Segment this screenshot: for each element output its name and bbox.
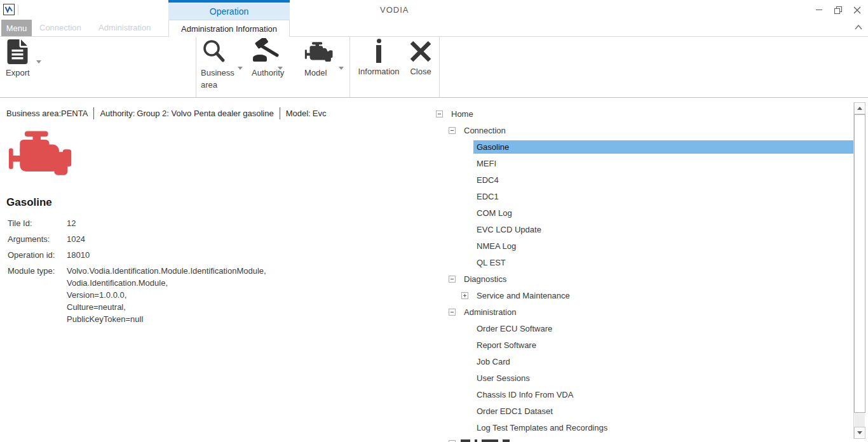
tree-item-clipped[interactable] [435, 436, 853, 442]
window-title: VODIA [380, 5, 409, 15]
engine-icon [304, 42, 334, 64]
tree-item-com-log[interactable]: COM Log [435, 204, 853, 221]
tree-item-chassis-id-info[interactable]: Chassis ID Info From VDA [435, 386, 853, 403]
export-dropdown-icon[interactable] [36, 60, 41, 64]
clipped-text [461, 439, 510, 442]
tree-item-label: COM Log [473, 206, 515, 220]
close-window-button[interactable] [848, 0, 867, 20]
minimize-icon [816, 10, 822, 10]
tree-item-connection[interactable]: Connection [435, 122, 853, 138]
tree-item-label: EVC LCD Update [473, 223, 545, 236]
model-label: Model [304, 67, 334, 78]
tree-item-user-sessions[interactable]: User Sessions [435, 370, 853, 386]
information-button[interactable]: Information [355, 38, 403, 77]
tab-administration-information[interactable]: Administration Information [168, 20, 290, 37]
field-label: Tile Id: [8, 217, 67, 229]
info-icon [366, 38, 391, 64]
model-button[interactable]: Model [304, 38, 334, 78]
tree-item-label: User Sessions [473, 372, 533, 385]
navigation-tree: Home Connection Gasoline MEFI EDC4 EDC1 … [435, 105, 853, 442]
field-label: Module type: [8, 265, 67, 325]
tree-item-diagnostics[interactable]: Diagnostics [435, 271, 853, 287]
vodia-logo-icon [3, 4, 15, 15]
authority-status-value: Group 2: Volvo Penta dealer gasoline [137, 109, 273, 118]
scroll-up-icon [857, 107, 862, 110]
close-x-icon [409, 39, 433, 64]
collapse-icon[interactable] [436, 110, 443, 117]
tree-item-job-card[interactable]: Job Card [435, 353, 853, 370]
tree-item-evc-lcd-update[interactable]: EVC LCD Update [435, 221, 853, 238]
collapse-icon[interactable] [449, 276, 456, 283]
tree-item-label: EDC1 [473, 190, 502, 203]
tree-item-order-ecu-software[interactable]: Order ECU Software [435, 320, 853, 337]
authority-button[interactable]: Authority [252, 38, 284, 78]
model-status-value: Evc [313, 109, 327, 118]
tree-item-order-edc1-dataset[interactable]: Order EDC1 Dataset [435, 403, 853, 419]
collapse-icon[interactable] [449, 309, 456, 316]
business-area-status-label: Business area: [6, 109, 61, 118]
field-value: Volvo.Vodia.Identification.Module.Identi… [67, 265, 266, 325]
tab-operation[interactable]: Operation [168, 0, 290, 20]
field-row: Module type: Volvo.Vodia.Identification.… [8, 265, 363, 325]
field-value: 12 [67, 217, 76, 229]
menu-item-connection[interactable]: Connection [39, 23, 81, 32]
ribbon: Export Business area Authority [0, 36, 868, 98]
tree-scrollbar[interactable] [853, 102, 865, 439]
vodia-window: Operation VODIA Menu [0, 0, 868, 442]
tree-item-report-software[interactable]: Report Software [435, 337, 853, 353]
tree-item-label: Log Test Templates and Recordings [473, 421, 611, 434]
business-area-button[interactable]: Business area [201, 38, 234, 90]
tree-item-log-test-templates[interactable]: Log Test Templates and Recordings [435, 419, 853, 436]
business-area-dropdown-icon[interactable] [238, 67, 243, 70]
tree-item-edc1[interactable]: EDC1 [435, 188, 853, 204]
model-dropdown-icon[interactable] [339, 67, 344, 70]
expand-icon[interactable] [461, 292, 468, 299]
tree-item-ql-est[interactable]: QL EST [435, 254, 853, 271]
close-button[interactable]: Close [407, 38, 434, 77]
collapse-ribbon-icon[interactable] [854, 23, 863, 31]
tree-item-label: EDC4 [473, 173, 502, 187]
magnifier-icon [201, 38, 227, 65]
scroll-down-button[interactable] [854, 427, 865, 439]
tree-item-administration[interactable]: Administration [435, 304, 853, 320]
tree-item-service-and-maintenance[interactable]: Service and Maintenance [435, 287, 853, 304]
collapse-icon[interactable] [449, 127, 456, 134]
export-button[interactable]: Export [6, 38, 30, 78]
restore-button[interactable] [829, 0, 848, 20]
field-label: Operation id: [8, 249, 67, 261]
information-label: Information [358, 66, 399, 77]
minimize-button[interactable] [810, 0, 829, 20]
ribbon-group-separator [196, 37, 196, 97]
tab-administration-information-label: Administration Information [181, 24, 277, 34]
authority-dropdown-icon[interactable] [278, 67, 283, 70]
tree-item-label: Service and Maintenance [473, 289, 573, 302]
business-area-label-line1: Business [201, 67, 234, 78]
tree-item-label: NMEA Log [473, 239, 519, 253]
scroll-down-icon [857, 431, 862, 434]
tree-item-label: Connection [461, 124, 509, 137]
document-icon [6, 38, 29, 65]
field-row: Operation id: 18010 [8, 249, 363, 261]
status-divider [280, 107, 280, 119]
tree-item-label: Chassis ID Info From VDA [473, 388, 576, 401]
menu-item-administration[interactable]: Administration [98, 23, 151, 32]
tree-item-label: Home [448, 107, 477, 121]
menu-button[interactable]: Menu [1, 20, 32, 36]
tree-item-home[interactable]: Home [435, 105, 853, 122]
tree-item-mefi[interactable]: MEFI [435, 155, 853, 171]
menu-tab-row: Menu Connection Administration Administr… [0, 20, 868, 36]
detail-title: Gasoline [6, 196, 52, 209]
scrollbar-thumb[interactable] [854, 114, 865, 413]
tree-item-gasoline[interactable]: Gasoline [435, 138, 853, 155]
menu-button-label: Menu [6, 23, 27, 33]
status-divider [93, 107, 94, 119]
tree-item-edc4[interactable]: EDC4 [435, 171, 853, 188]
business-area-label-line2: area [201, 79, 234, 90]
field-value: 18010 [67, 249, 90, 261]
tree-item-nmea-log[interactable]: NMEA Log [435, 238, 853, 254]
tree-item-label: Order ECU Software [473, 322, 555, 335]
scrollbar-track[interactable] [855, 413, 865, 427]
field-row: Tile Id: 12 [8, 217, 363, 229]
scroll-up-button[interactable] [854, 102, 865, 114]
engine-icon-red [8, 131, 75, 179]
